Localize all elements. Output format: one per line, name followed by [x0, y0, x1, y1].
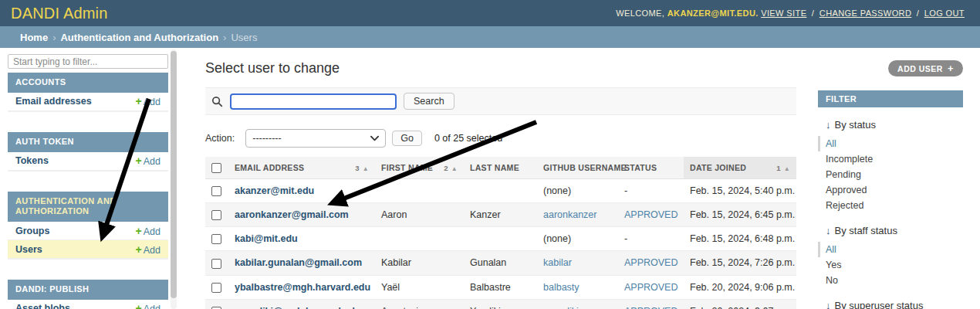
arrow-down-icon: ↓: [826, 119, 831, 131]
user-email-link[interactable]: ayendiki@mgh.harvard.edu: [235, 306, 361, 309]
sidebar-filter-input[interactable]: [8, 54, 168, 69]
filter-option-approved[interactable]: Approved: [818, 182, 963, 198]
model-link[interactable]: Groups: [15, 226, 49, 236]
github-username-link[interactable]: ayendiki: [543, 306, 579, 309]
table-row: ybalbastre@mgh.harvard.edu Yaël Balbastr…: [205, 275, 796, 299]
main-content: Select user to change Search Action: ---…: [205, 48, 796, 309]
date-joined-cell: Feb. 15, 2024, 6:48 p.m.: [684, 227, 796, 251]
row-checkbox[interactable]: [211, 234, 221, 244]
model-link[interactable]: Users: [15, 244, 42, 255]
change-password-link[interactable]: CHANGE PASSWORD: [819, 8, 911, 18]
breadcrumb-home[interactable]: Home: [20, 32, 48, 43]
github-username-link[interactable]: aaronkanzer: [543, 209, 597, 220]
filter-option-yes[interactable]: Yes: [818, 257, 963, 273]
sidebar-module-dandi-publish: DANDI: PUBLISH Asset blobs +Add: [8, 280, 168, 309]
breadcrumb-current-users: Users: [231, 32, 257, 43]
sidebar-item-email-addresses[interactable]: Email addresses +Add: [8, 93, 168, 111]
app-title[interactable]: DANDI Admin: [11, 5, 108, 22]
row-checkbox[interactable]: [211, 186, 221, 196]
filter-option-incomplete[interactable]: Incomplete: [818, 151, 963, 167]
column-header-last-name[interactable]: LAST NAME: [464, 157, 537, 178]
github-username-cell: (none): [537, 178, 618, 202]
row-checkbox[interactable]: [211, 259, 221, 269]
last-name-cell: [464, 227, 537, 251]
status-cell: APPROVED: [618, 202, 684, 226]
sort-indicator[interactable]: 1▲: [776, 163, 790, 172]
sort-indicator[interactable]: 2▲: [444, 163, 458, 172]
github-username-link[interactable]: balbasty: [543, 282, 580, 293]
plus-icon: +: [136, 302, 142, 309]
row-checkbox[interactable]: [211, 210, 221, 220]
last-name-cell: Balbastre: [464, 275, 537, 299]
column-header-github-username[interactable]: GITHUB USERNAME: [537, 157, 618, 178]
filter-group-superuser-status: ↓By superuser status All: [818, 300, 963, 309]
arrow-down-icon: ↓: [826, 225, 831, 236]
add-token-link[interactable]: +Add: [136, 154, 161, 167]
github-username-link[interactable]: kabilar: [543, 257, 572, 268]
nav-sidebar: ACCOUNTS Email addresses +Add AUTH TOKEN…: [8, 54, 168, 309]
module-caption: ACCOUNTS: [8, 73, 168, 93]
sidebar-item-users[interactable]: Users +Add: [8, 240, 168, 259]
scrollbar-thumb[interactable]: [171, 51, 177, 298]
table-row: kabi@mit.edu (none) - Feb. 15, 2024, 6:4…: [205, 227, 796, 251]
model-link[interactable]: Email addresses: [15, 96, 92, 107]
date-joined-cell: Feb. 20, 2024, 9:07 p.m.: [684, 299, 796, 309]
model-link[interactable]: Asset blobs: [15, 303, 70, 309]
select-all-checkbox[interactable]: [211, 163, 221, 173]
first-name-cell: [375, 178, 464, 202]
breadcrumb: Home › Authentication and Authorization …: [0, 26, 980, 48]
sort-indicator[interactable]: 3▲: [355, 163, 369, 172]
column-header-first-name[interactable]: FIRST NAME2▲: [375, 157, 464, 178]
first-name-cell: [375, 227, 464, 251]
breadcrumb-auth-app[interactable]: Authentication and Authorization: [60, 32, 218, 43]
log-out-link[interactable]: LOG OUT: [924, 8, 965, 18]
date-joined-cell: Feb. 15, 2024, 5:40 p.m.: [684, 178, 796, 202]
add-user-button[interactable]: ADD USER +: [888, 60, 963, 76]
selected-action: ---------: [252, 133, 281, 144]
table-row: kabilar.gunalan@gmail.com Kabilar Gunala…: [205, 251, 796, 275]
filter-option-all[interactable]: All: [818, 136, 963, 151]
add-email-address-link[interactable]: +Add: [136, 95, 161, 107]
sort-asc-icon: ▲: [451, 165, 458, 172]
add-user-link[interactable]: +Add: [136, 243, 161, 256]
status-cell: -: [618, 227, 684, 251]
sidebar-scrollbar[interactable]: [171, 49, 177, 309]
go-button[interactable]: Go: [392, 131, 422, 146]
filter-option-all[interactable]: All: [818, 242, 963, 257]
search-input[interactable]: [230, 93, 397, 110]
sidebar-item-tokens[interactable]: Tokens +Add: [8, 152, 168, 171]
search-button[interactable]: Search: [404, 93, 455, 110]
user-email-link[interactable]: akanzer@mit.edu: [235, 185, 314, 196]
plus-icon: +: [136, 243, 142, 256]
module-caption: DANDI: PUBLISH: [8, 280, 168, 300]
column-header-email[interactable]: EMAIL ADDRESS3▲: [228, 157, 375, 178]
sidebar-item-groups[interactable]: Groups +Add: [8, 222, 168, 240]
search-bar: Search: [205, 87, 796, 115]
status-cell: APPROVED: [618, 251, 684, 275]
column-header-status[interactable]: STATUS: [618, 157, 684, 178]
action-select[interactable]: ---------: [245, 129, 386, 148]
plus-icon: +: [136, 225, 142, 237]
add-group-link[interactable]: +Add: [136, 225, 161, 237]
user-email-link[interactable]: kabi@mit.edu: [235, 233, 298, 244]
model-link[interactable]: Tokens: [15, 155, 49, 166]
filter-panel: FILTER ↓By status All Incomplete Pending…: [818, 90, 963, 309]
welcome-label: WELCOME,: [616, 8, 664, 18]
date-joined-cell: Feb. 15, 2024, 6:45 p.m.: [684, 202, 796, 226]
view-site-link[interactable]: VIEW SITE: [761, 8, 806, 18]
sidebar-item-asset-blobs[interactable]: Asset blobs +Add: [8, 300, 168, 309]
column-header-date-joined[interactable]: DATE JOINED1▲: [684, 157, 796, 178]
status-cell: -: [618, 178, 684, 202]
filter-option-no[interactable]: No: [818, 273, 963, 288]
user-email-link[interactable]: aaronkanzer@gmail.com: [235, 209, 349, 220]
add-asset-blob-link[interactable]: +Add: [136, 302, 161, 309]
user-email-link[interactable]: ybalbastre@mgh.harvard.edu: [235, 282, 370, 293]
filter-group-staff-status: ↓By staff status All Yes No: [818, 225, 963, 288]
filter-option-rejected[interactable]: Rejected: [818, 198, 963, 213]
search-icon: [211, 96, 223, 107]
last-name-cell: [464, 178, 537, 202]
filter-option-pending[interactable]: Pending: [818, 167, 963, 182]
user-email-link[interactable]: kabilar.gunalan@gmail.com: [235, 257, 362, 268]
last-name-cell: Yendiki: [464, 299, 537, 309]
row-checkbox[interactable]: [211, 283, 221, 293]
